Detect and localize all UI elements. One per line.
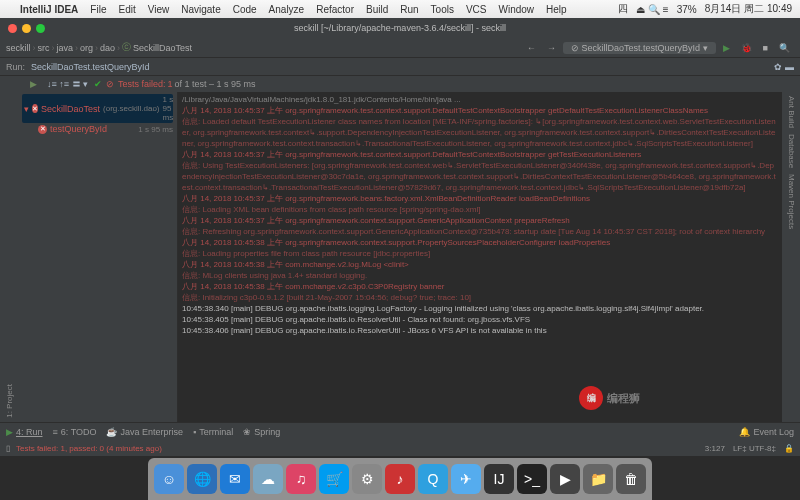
- console-line: 信息: MLog clients using java 1.4+ standar…: [182, 270, 778, 281]
- console-line: 八月 14, 2018 10:45:37 上午 org.springframew…: [182, 215, 778, 226]
- breadcrumb[interactable]: seckill› src› java› org› dao› ⓒSeckillDa…: [6, 41, 192, 54]
- console-line: 信息: Refreshing org.springframework.conte…: [182, 226, 778, 237]
- app-name[interactable]: IntelliJ IDEA: [20, 4, 78, 15]
- run-config-selector[interactable]: ⊘ SeckillDaoTest.testQueryById ▾: [563, 42, 716, 54]
- dock-app-icon[interactable]: IJ: [484, 464, 514, 494]
- close-icon[interactable]: [8, 24, 17, 33]
- right-gutter[interactable]: Ant Build Database Maven Projects: [782, 92, 800, 422]
- console-line: 信息: Loading XML bean definitions from cl…: [182, 204, 778, 215]
- tests-failed-label: Tests failed:: [118, 79, 166, 89]
- dock-app-icon[interactable]: ♫: [286, 464, 316, 494]
- dock-app-icon[interactable]: ☺: [154, 464, 184, 494]
- debug-button[interactable]: 🐞: [737, 42, 756, 54]
- menu-refactor[interactable]: Refactor: [316, 4, 354, 15]
- dock-app-icon[interactable]: 🗑: [616, 464, 646, 494]
- window-titlebar: seckill [~/Library/apache-maven-3.6.4/se…: [0, 18, 800, 38]
- dock-app-icon[interactable]: ☁: [253, 464, 283, 494]
- left-gutter[interactable]: 1: Project: [0, 92, 18, 422]
- run-button[interactable]: ▶: [719, 42, 734, 54]
- tab-terminal[interactable]: ▪ Terminal: [193, 427, 233, 437]
- dock-app-icon[interactable]: ⚙: [352, 464, 382, 494]
- check-icon: ✔: [94, 79, 102, 89]
- console-line: 八月 14, 2018 10:45:38 上午 com.mchange.v2.c…: [182, 281, 778, 292]
- menu-view[interactable]: View: [148, 4, 170, 15]
- dock-app-icon[interactable]: ▶: [550, 464, 580, 494]
- tab-project[interactable]: 1: Project: [5, 384, 14, 418]
- menu-build[interactable]: Build: [366, 4, 388, 15]
- settings-icon[interactable]: ✿ ▬: [774, 62, 794, 72]
- dock-app-icon[interactable]: 🛒: [319, 464, 349, 494]
- console-output[interactable]: /Library/Java/JavaVirtualMachines/jdk1.8…: [178, 92, 782, 422]
- menu-window[interactable]: Window: [499, 4, 535, 15]
- menubar-clock[interactable]: 8月14日 周二 10:49: [705, 2, 792, 16]
- watermark-text: 编程狮: [607, 391, 640, 406]
- tab-java-ee[interactable]: ☕ Java Enterprise: [106, 427, 183, 437]
- stop-button[interactable]: ■: [759, 42, 772, 54]
- console-line: 八月 14, 2018 10:45:38 上午 com.mchange.v2.l…: [182, 259, 778, 270]
- menubar-icons[interactable]: ⏏ 🔍 ≡: [636, 4, 668, 15]
- dock-app-icon[interactable]: Q: [418, 464, 448, 494]
- status-icon[interactable]: ▯: [6, 444, 10, 453]
- dock-app-icon[interactable]: 🌐: [187, 464, 217, 494]
- mac-dock[interactable]: ☺🌐✉☁♫🛒⚙♪Q✈IJ>_▶📁🗑: [148, 458, 652, 500]
- tab-run[interactable]: ▶4: Run: [6, 427, 43, 437]
- console-line: /Library/Java/JavaVirtualMachines/jdk1.8…: [182, 94, 778, 105]
- run-name: SeckillDaoTest.testQueryById: [31, 62, 150, 72]
- menu-help[interactable]: Help: [546, 4, 567, 15]
- tab-todo[interactable]: ≡ 6: TODO: [53, 427, 97, 437]
- console-line: 八月 14, 2018 10:45:38 上午 org.springframew…: [182, 237, 778, 248]
- back-button[interactable]: ←: [523, 42, 540, 54]
- console-line: 10:45:38.406 [main] DEBUG org.apache.iba…: [182, 325, 778, 336]
- menu-vcs[interactable]: VCS: [466, 4, 487, 15]
- tree-root[interactable]: ▾✕ SeckillDaoTest (org.seckill.dao) 1 s …: [22, 94, 173, 123]
- console-line: 八月 14, 2018 10:45:37 上午 org.springframew…: [182, 149, 778, 160]
- crumb[interactable]: java: [57, 43, 74, 53]
- menu-navigate[interactable]: Navigate: [181, 4, 220, 15]
- test-status-bar: ▶ ↓≡ ↑≡ 〓 ▾ ✔ ⊘ Tests failed: 1 of 1 tes…: [0, 76, 800, 92]
- tree-child[interactable]: ✕ testQueryById 1 s 95 ms: [22, 123, 173, 135]
- forward-button[interactable]: →: [543, 42, 560, 54]
- watermark: 编 编程狮: [579, 386, 640, 410]
- dock-app-icon[interactable]: 📁: [583, 464, 613, 494]
- crumb[interactable]: src: [38, 43, 50, 53]
- dock-app-icon[interactable]: ♪: [385, 464, 415, 494]
- fail-icon: ⊘: [106, 79, 114, 89]
- test-tree[interactable]: ▾✕ SeckillDaoTest (org.seckill.dao) 1 s …: [18, 92, 178, 422]
- watermark-logo: 编: [579, 386, 603, 410]
- window-title: seckill [~/Library/apache-maven-3.6.4/se…: [294, 23, 506, 33]
- console-line: 八月 14, 2018 10:45:37 上午 org.springframew…: [182, 105, 778, 116]
- run-label: Run:: [6, 62, 25, 72]
- dock-app-icon[interactable]: >_: [517, 464, 547, 494]
- minimize-icon[interactable]: [22, 24, 31, 33]
- lock-icon[interactable]: 🔒: [784, 444, 794, 453]
- run-header: Run: SeckillDaoTest.testQueryById ✿ ▬: [0, 58, 800, 76]
- status-message: Tests failed: 1, passed: 0 (4 minutes ag…: [16, 444, 162, 453]
- encoding[interactable]: LF‡ UTF-8‡: [733, 444, 776, 453]
- console-line: 信息: Loading properties file from class p…: [182, 248, 778, 259]
- menu-run[interactable]: Run: [400, 4, 418, 15]
- dock-app-icon[interactable]: ✈: [451, 464, 481, 494]
- event-log[interactable]: 🔔 Event Log: [739, 427, 794, 437]
- fail-icon: ✕: [32, 104, 38, 113]
- tab-database[interactable]: Database: [787, 134, 796, 168]
- menu-file[interactable]: File: [90, 4, 106, 15]
- tab-ant[interactable]: Ant Build: [787, 96, 796, 128]
- dock-app-icon[interactable]: ✉: [220, 464, 250, 494]
- crumb[interactable]: SeckillDaoTest: [133, 43, 192, 53]
- tab-spring[interactable]: ❀ Spring: [243, 427, 280, 437]
- crumb[interactable]: seckill: [6, 43, 31, 53]
- zoom-icon[interactable]: [36, 24, 45, 33]
- console-line: 信息: Using TestExecutionListeners: [org.s…: [182, 160, 778, 193]
- search-icon[interactable]: 🔍: [775, 42, 794, 54]
- menubar-lang[interactable]: 四: [618, 2, 628, 16]
- crumb[interactable]: dao: [100, 43, 115, 53]
- menu-tools[interactable]: Tools: [431, 4, 454, 15]
- menu-analyze[interactable]: Analyze: [269, 4, 305, 15]
- crumb[interactable]: org: [80, 43, 93, 53]
- menu-code[interactable]: Code: [233, 4, 257, 15]
- menu-edit[interactable]: Edit: [118, 4, 135, 15]
- toolbar: seckill› src› java› org› dao› ⓒSeckillDa…: [0, 38, 800, 58]
- tab-maven[interactable]: Maven Projects: [787, 174, 796, 229]
- caret-position: 3:127: [705, 444, 725, 453]
- rerun-icon[interactable]: ▶: [30, 79, 37, 89]
